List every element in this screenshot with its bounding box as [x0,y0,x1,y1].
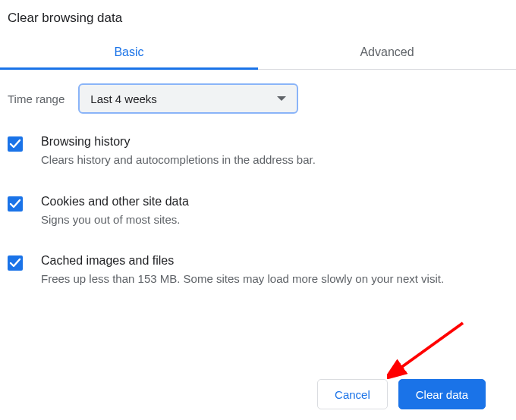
option-title: Cookies and other site data [41,195,508,208]
dialog-title: Clear browsing data [0,6,516,36]
option-text: Browsing history Clears history and auto… [41,135,508,169]
tab-advanced[interactable]: Advanced [258,36,516,69]
tab-basic[interactable]: Basic [0,36,258,69]
option-desc: Signs you out of most sites. [41,212,508,229]
annotation-arrow-icon [387,318,470,379]
option-cache: Cached images and files Frees up less th… [8,254,508,303]
option-desc: Clears history and autocompletions in th… [41,152,508,169]
option-desc: Frees up less than 153 MB. Some sites ma… [41,271,508,288]
check-icon [9,198,21,210]
check-icon [9,257,21,269]
checkbox-cache[interactable] [8,255,23,271]
clear-browsing-data-dialog: Clear browsing data Basic Advanced Time … [0,0,516,311]
time-range-value: Last 4 weeks [90,92,157,105]
option-text: Cached images and files Frees up less th… [41,254,508,288]
chevron-down-icon [277,96,286,101]
option-browsing-history: Browsing history Clears history and auto… [8,135,508,195]
dialog-body: Time range Last 4 weeks Browsing history… [0,70,516,311]
option-title: Browsing history [41,135,508,149]
svg-line-0 [398,323,463,370]
check-icon [9,138,21,150]
dialog-actions: Cancel Clear data [317,379,486,409]
time-range-label: Time range [8,92,64,105]
clear-data-button[interactable]: Clear data [398,379,486,409]
option-cookies: Cookies and other site data Signs you ou… [8,195,508,255]
checkbox-browsing-history[interactable] [8,136,23,152]
option-title: Cached images and files [41,254,508,268]
time-range-select[interactable]: Last 4 weeks [78,83,298,114]
checkbox-cookies[interactable] [8,196,23,212]
tabs: Basic Advanced [0,36,516,70]
time-range-row: Time range Last 4 weeks [8,83,508,114]
option-text: Cookies and other site data Signs you ou… [41,195,508,229]
cancel-button[interactable]: Cancel [317,379,388,409]
